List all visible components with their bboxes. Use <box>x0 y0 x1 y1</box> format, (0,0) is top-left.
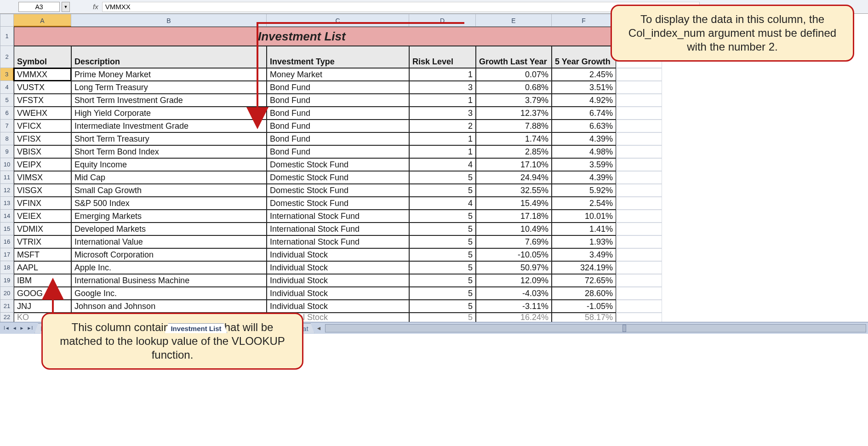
empty-cell[interactable] <box>616 81 662 94</box>
cell-investment-type[interactable]: Domestic Stock Fund <box>267 197 409 210</box>
cell-investment-type[interactable]: Individual Stock <box>267 274 409 287</box>
row-header-18[interactable]: 18 <box>0 261 14 274</box>
empty-cell[interactable] <box>616 274 662 287</box>
cell-description[interactable]: Short Term Treasury <box>71 132 267 145</box>
cell-investment-type[interactable]: International Stock Fund <box>267 235 409 248</box>
cell-risk-level[interactable]: 5 <box>409 261 476 274</box>
cell-symbol[interactable]: VBISX <box>14 145 71 158</box>
row-header-8[interactable]: 8 <box>0 132 14 145</box>
cell-growth-last-year[interactable]: 16.24% <box>476 313 552 322</box>
cell-symbol[interactable]: VFICX <box>14 120 71 132</box>
cell-growth-last-year[interactable]: 17.18% <box>476 210 552 223</box>
empty-cell[interactable] <box>616 145 662 158</box>
row-header-5[interactable]: 5 <box>0 94 14 107</box>
row-header-2[interactable]: 2 <box>0 46 14 68</box>
cell-5-year-growth[interactable]: 72.65% <box>552 274 616 287</box>
cell-growth-last-year[interactable]: -4.03% <box>476 287 552 300</box>
row-header-7[interactable]: 7 <box>0 120 14 132</box>
row-header-6[interactable]: 6 <box>0 107 14 120</box>
empty-cell[interactable] <box>616 132 662 145</box>
row-header-11[interactable]: 11 <box>0 171 14 184</box>
tab-nav-first-icon[interactable]: I◄ <box>3 325 11 332</box>
cell-description[interactable]: Developed Markets <box>71 223 267 235</box>
cell-description[interactable]: Equity Income <box>71 158 267 171</box>
cell-risk-level[interactable]: 5 <box>409 313 476 322</box>
cell-investment-type[interactable]: Bond Fund <box>267 81 409 94</box>
cell-symbol[interactable]: VIMSX <box>14 171 71 184</box>
col-header-c[interactable]: C <box>267 14 409 27</box>
cell-risk-level[interactable]: 3 <box>409 81 476 94</box>
header-risk-level[interactable]: Risk Level <box>409 46 476 68</box>
cell-growth-last-year[interactable]: 2.85% <box>476 145 552 158</box>
cell-risk-level[interactable]: 1 <box>409 68 476 81</box>
row-header-22[interactable]: 22 <box>0 313 14 322</box>
cell-5-year-growth[interactable]: 4.39% <box>552 132 616 145</box>
empty-cell[interactable] <box>616 158 662 171</box>
select-all-corner[interactable] <box>0 14 14 27</box>
cell-investment-type[interactable]: Domestic Stock Fund <box>267 184 409 197</box>
cell-risk-level[interactable]: 5 <box>409 171 476 184</box>
cell-growth-last-year[interactable]: 17.10% <box>476 158 552 171</box>
cell-growth-last-year[interactable]: 32.55% <box>476 184 552 197</box>
cell-investment-type[interactable]: Individual Stock <box>267 287 409 300</box>
header-growth-last-year[interactable]: Growth Last Year <box>476 46 552 68</box>
cell-5-year-growth[interactable]: 3.49% <box>552 248 616 261</box>
cell-risk-level[interactable]: 5 <box>409 300 476 313</box>
cell-symbol[interactable]: IBM <box>14 274 71 287</box>
cell-growth-last-year[interactable]: 24.94% <box>476 171 552 184</box>
cell-5-year-growth[interactable]: -1.05% <box>552 300 616 313</box>
fx-icon[interactable]: fx <box>93 3 98 11</box>
row-header-17[interactable]: 17 <box>0 248 14 261</box>
empty-cell[interactable] <box>616 94 662 107</box>
empty-cell[interactable] <box>616 210 662 223</box>
cell-growth-last-year[interactable]: 3.79% <box>476 94 552 107</box>
cell-growth-last-year[interactable]: 12.09% <box>476 274 552 287</box>
cell-description[interactable]: Google Inc. <box>71 287 267 300</box>
tab-scroll-left-icon[interactable]: ◄ <box>314 325 324 332</box>
cell-investment-type[interactable]: Bond Fund <box>267 107 409 120</box>
empty-cell[interactable] <box>616 120 662 132</box>
header-5-year-growth[interactable]: 5 Year Growth <box>552 46 616 68</box>
cell-description[interactable]: Emerging Markets <box>71 210 267 223</box>
empty-cell[interactable] <box>616 197 662 210</box>
cell-growth-last-year[interactable]: 0.07% <box>476 68 552 81</box>
empty-cell[interactable] <box>616 68 662 81</box>
cell-risk-level[interactable]: 4 <box>409 197 476 210</box>
cell-symbol[interactable]: VISGX <box>14 184 71 197</box>
cell-description[interactable]: Short Term Investment Grade <box>71 94 267 107</box>
row-header-3[interactable]: 3 <box>0 68 14 81</box>
cell-description[interactable]: Microsoft Corporation <box>71 248 267 261</box>
tab-nav-last-icon[interactable]: ►I <box>26 325 34 332</box>
row-header-4[interactable]: 4 <box>0 81 14 94</box>
cell-description[interactable]: Apple Inc. <box>71 261 267 274</box>
empty-cell[interactable] <box>616 248 662 261</box>
cell-investment-type[interactable]: Money Market <box>267 68 409 81</box>
cell-risk-level[interactable]: 2 <box>409 120 476 132</box>
cell-investment-type[interactable]: Domestic Stock Fund <box>267 171 409 184</box>
empty-cell[interactable] <box>616 300 662 313</box>
cell-description[interactable]: Short Term Bond Index <box>71 145 267 158</box>
name-box-dropdown[interactable]: ▼ <box>62 2 70 12</box>
cell-investment-type[interactable]: International Stock Fund <box>267 223 409 235</box>
row-header-15[interactable]: 15 <box>0 223 14 235</box>
cell-5-year-growth[interactable]: 4.39% <box>552 171 616 184</box>
empty-cell[interactable] <box>616 287 662 300</box>
cell-symbol[interactable]: JNJ <box>14 300 71 313</box>
cell-5-year-growth[interactable]: 4.92% <box>552 94 616 107</box>
tab-nav-next-icon[interactable]: ► <box>19 325 25 332</box>
cell-growth-last-year[interactable]: 0.68% <box>476 81 552 94</box>
cell-5-year-growth[interactable]: 2.45% <box>552 68 616 81</box>
cell-5-year-growth[interactable]: 2.54% <box>552 197 616 210</box>
empty-cell[interactable] <box>616 223 662 235</box>
cell-symbol[interactable]: VEIEX <box>14 210 71 223</box>
cell-description[interactable]: Prime Money Market <box>71 68 267 81</box>
cell-symbol[interactable]: MSFT <box>14 248 71 261</box>
empty-cell[interactable] <box>616 235 662 248</box>
cell-description[interactable]: Long Term Treasury <box>71 81 267 94</box>
cell-growth-last-year[interactable]: 7.69% <box>476 235 552 248</box>
cell-description[interactable]: Intermediate Investment Grade <box>71 120 267 132</box>
cell-5-year-growth[interactable]: 3.51% <box>552 81 616 94</box>
cell-growth-last-year[interactable]: 1.74% <box>476 132 552 145</box>
cell-5-year-growth[interactable]: 5.92% <box>552 184 616 197</box>
cell-risk-level[interactable]: 1 <box>409 94 476 107</box>
